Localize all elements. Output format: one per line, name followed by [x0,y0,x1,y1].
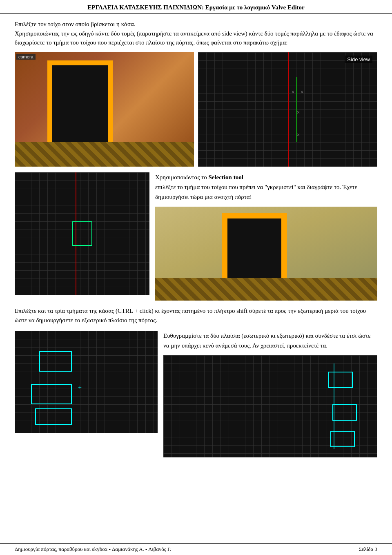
section2-right: Χρησιμοποιώντας το Selection tool επιλέξ… [155,172,377,301]
image-door-camera: camera [155,207,377,301]
section2-text: Χρησιμοποιώντας το Selection tool επιλέξ… [155,172,377,202]
section-2: Χρησιμοποιώντας το Selection tool επιλέξ… [15,172,377,301]
grid-line-red [288,52,289,167]
section2-text-bold: Selection tool [208,174,243,181]
footer-right: Σελίδα 3 [359,546,377,553]
green-selection-rect [72,221,92,246]
image-bottom-left: + [15,331,158,433]
x-mark-4: × [296,132,300,138]
image-camera-door: camera [15,52,194,167]
side-view-label: Side view [345,56,372,63]
door-open-floor [155,278,377,301]
section3-right: Ευθυγραμμίστε τα δύο πλαίσια (εσωτερικό … [163,331,377,457]
cyan-line-v [334,363,334,449]
section2-left [15,172,149,301]
cyan-rect-3 [35,408,72,425]
door-scene-bg [15,52,194,167]
door-scene-floor [15,142,194,167]
image-bottom-right [163,355,377,457]
header-title: ΕΡΓΑΛΕΙΑ ΚΑΤΑΣΚΕΥΗΣ ΠΑΙΧΝΙΔΙΩΝ: Εργασία … [87,4,304,11]
door-frame-orange [47,60,113,150]
para-text: Επιλέξτε και τα τρία τμήματα της κάσας (… [15,306,377,325]
cyan-rect-br-2 [332,404,357,421]
x-mark-1: × [291,89,294,96]
page-header: ΕΡΓΑΛΕΙΑ ΚΑΤΑΣΚΕΥΗΣ ΠΑΙΧΝΙΔΙΩΝ: Εργασία … [0,0,392,14]
intro-line1: Επιλέξτε τον τοίχο στον οποίο βρίσκεται … [15,21,136,27]
section2-text-line1: Χρησιμοποιώντας το [155,174,207,181]
x-mark-2: × [300,89,303,96]
camera-label-left: camera [16,54,36,60]
image-grid-dark [15,172,149,295]
intro-paragraph: Επιλέξτε τον τοίχο στον οποίο βρίσκεται … [15,20,377,47]
section3-text: Ευθυγραμμίστε τα δύο πλαίσια (εσωτερικό … [163,331,377,350]
image-side-view: × × × × Side view [198,52,377,167]
side-view-grid: × × × × [198,52,377,167]
cyan-rect-1 [39,351,72,372]
section-3: + Ευθυγραμμίστε τα δύο πλαίσια (εσωτερικ… [15,331,377,457]
page-content: Επιλέξτε τον τοίχο στον οποίο βρίσκεται … [0,14,392,467]
x-mark-3: × [296,109,300,116]
footer-left: Δημιουργία πόρτας, παραθύρου και skybox … [15,546,171,553]
intro-line2: Χρησιμοποιώντας την ως οδηγό κάντε δύο τ… [15,30,373,46]
page-footer: Δημιουργία πόρτας, παραθύρου και skybox … [0,543,392,555]
section2-text-rest: επιλέξτε το τμήμα του τοίχου που πρέπει … [155,184,357,200]
door-open-scene [155,207,377,301]
plus-icon: + [78,384,82,391]
images-row-1: camera × × × × Side view [15,52,377,167]
cyan-rect-br-1 [328,372,353,388]
cyan-rect-2 [31,384,72,404]
